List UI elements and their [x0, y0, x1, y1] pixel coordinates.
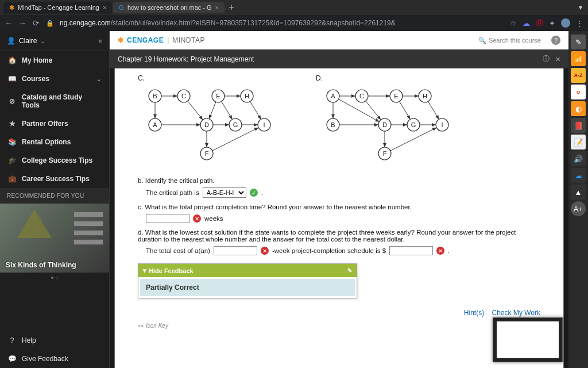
sidebar-item-rental[interactable]: 📚Rental Options	[0, 133, 109, 151]
carousel-dots[interactable]: ● ○	[0, 273, 109, 283]
star-icon: ★	[8, 120, 16, 128]
help-button[interactable]: ?	[551, 36, 560, 45]
svg-line-36	[400, 101, 411, 119]
diagram-c: C. BCEHADGIF	[138, 74, 281, 167]
sidebar-item-home[interactable]: 🏠My Home	[0, 51, 109, 70]
chapter-bar: Chapter 19 Homework: Project Management …	[110, 49, 568, 68]
user-name: Claire	[19, 37, 37, 45]
svg-text:H: H	[245, 93, 249, 99]
unit-label: weeks	[204, 215, 223, 222]
svg-text:H: H	[423, 93, 427, 99]
grad-icon: 🎓	[8, 156, 16, 164]
sidebar-item-college[interactable]: 🎓College Success Tips	[0, 151, 109, 170]
user-menu[interactable]: 👤 Claire ⌄ «	[0, 31, 109, 51]
browser-tabs: ✱ MindTap - Cengage Learning × G how to …	[0, 0, 588, 15]
profile-avatar[interactable]	[561, 18, 570, 28]
sidebar-help[interactable]: ?Help	[0, 331, 109, 350]
forward-button[interactable]: →	[18, 18, 26, 28]
right-toolbar: ✎ 📶 A-Z O ◐ 📕 📝 🔊 ☁ ▲ A+	[568, 31, 588, 368]
book-icon: 📖	[8, 75, 16, 83]
minimize-icon[interactable]: ▾	[579, 3, 582, 12]
sidebar-item-courses[interactable]: 📖Courses⌄	[0, 70, 109, 88]
sidebar-feedback[interactable]: 💬Give Feedback	[0, 350, 109, 368]
hints-link[interactable]: Hint(s)	[464, 309, 484, 317]
key-icon: ⊶	[138, 323, 144, 329]
address-bar[interactable]: ng.cengage.com/static/nb/ui/evo/index.ht…	[60, 19, 504, 27]
home-icon: 🏠	[8, 56, 16, 64]
answer-d-row: The total cost of a(an) ✕ -week project-…	[146, 246, 540, 255]
briefcase-icon: 💼	[8, 175, 16, 183]
close-icon[interactable]: ×	[555, 54, 560, 64]
info-icon[interactable]: ⓘ	[543, 54, 550, 64]
audio-tool[interactable]: 🔊	[571, 151, 586, 166]
menu-icon[interactable]: ⋮	[576, 19, 583, 28]
svg-text:C: C	[181, 93, 186, 99]
cloud-tool[interactable]: ☁	[571, 168, 586, 183]
highlighter-tool[interactable]: ✎	[571, 34, 586, 49]
diagram-d: D. ACEHBDGIF	[316, 74, 459, 167]
incorrect-icon: ✕	[261, 247, 269, 255]
check-work-link[interactable]: Check My Work	[492, 309, 540, 317]
rss-tool[interactable]: 📶	[571, 51, 586, 66]
answer-b-label: The critical path is	[146, 189, 199, 196]
critical-path-select[interactable]: A-B-E-H-IA-C-D-F-IB-C-D-G-I	[203, 187, 246, 198]
feedback-icon: 💬	[8, 355, 16, 363]
orange-tool[interactable]: ◐	[571, 101, 586, 116]
question-b: b. Identify the critical path.	[138, 177, 540, 184]
svg-text:B: B	[331, 121, 335, 128]
chapter-title: Chapter 19 Homework: Project Management	[118, 55, 254, 63]
svg-text:I: I	[263, 121, 265, 128]
user-icon: 👤	[7, 37, 16, 45]
browser-tab-2[interactable]: G how to screenshot on mac - G ×	[113, 2, 225, 13]
glossary-tool[interactable]: A-Z	[571, 68, 586, 83]
feedback-box: ▾Hide Feedback✎ Partially Correct	[138, 263, 357, 298]
sidebar-item-partner[interactable]: ★Partner Offers	[0, 114, 109, 133]
cengage-logo-icon: ✱	[118, 36, 123, 44]
chevron-down-icon: ⌄	[40, 38, 45, 44]
svg-text:D: D	[204, 121, 209, 128]
close-icon[interactable]: ×	[215, 4, 219, 11]
brand-cengage: CENGAGE	[127, 36, 164, 44]
extensions-icon[interactable]: ✦	[549, 19, 555, 28]
recommended-card[interactable]: Six Kinds of Thinking	[0, 204, 109, 273]
svg-line-3	[188, 101, 203, 120]
notes-tool[interactable]: 📝	[571, 135, 586, 150]
page-thumbnail[interactable]	[493, 317, 563, 362]
svg-text:B: B	[153, 93, 157, 99]
completion-time-input[interactable]	[146, 214, 189, 223]
pinterest-icon[interactable]: ⓟ	[536, 18, 543, 28]
grade-tool[interactable]: A+	[571, 201, 586, 216]
extension-icon[interactable]: ☁	[523, 19, 530, 28]
star-icon[interactable]: ☆	[510, 19, 517, 28]
recommended-title: Six Kinds of Thinking	[6, 261, 76, 269]
search-course[interactable]: 🔍Search this course	[478, 37, 541, 44]
svg-line-5	[222, 101, 233, 119]
left-sidebar: 👤 Claire ⌄ « 🏠My Home 📖Courses⌄ ⊘Catalog…	[0, 31, 110, 368]
svg-text:G: G	[233, 121, 238, 128]
icon-key[interactable]: ⊶Icon Key	[138, 323, 540, 329]
question-c: c. What is the total project completion …	[138, 204, 540, 210]
new-tab-button[interactable]: +	[226, 2, 237, 13]
drive-tool[interactable]: ▲	[571, 185, 586, 200]
url-bar: ← → ⟳ 🔒 ng.cengage.com/static/nb/ui/evo/…	[0, 15, 588, 31]
sidebar-item-career[interactable]: 💼Career Success Tips	[0, 170, 109, 188]
office-tool[interactable]: O	[571, 85, 586, 99]
brand-mindtap: MINDTAP	[172, 36, 205, 44]
collapse-sidebar-button[interactable]: «	[98, 37, 102, 45]
edit-icon[interactable]: ✎	[347, 267, 352, 274]
sidebar-item-catalog[interactable]: ⊘Catalog and Study Tools	[0, 88, 109, 114]
answer-b-row: The critical path is A-B-E-H-IA-C-D-F-IB…	[146, 187, 540, 198]
browser-tab-1[interactable]: ✱ MindTap - Cengage Learning ×	[3, 2, 112, 14]
total-cost-input[interactable]	[389, 246, 433, 255]
close-icon[interactable]: ×	[103, 4, 106, 11]
back-button[interactable]: ←	[5, 18, 13, 28]
svg-text:A: A	[331, 93, 335, 99]
book-tool[interactable]: 📕	[571, 118, 586, 133]
feedback-toggle[interactable]: ▾Hide Feedback✎	[138, 264, 357, 277]
svg-text:F: F	[205, 150, 209, 157]
svg-text:D: D	[382, 121, 387, 128]
help-icon: ?	[8, 336, 16, 344]
duration-input[interactable]	[214, 246, 257, 255]
brand-bar: ✱ CENGAGE | MINDTAP 🔍Search this course …	[110, 31, 568, 49]
reload-button[interactable]: ⟳	[32, 18, 40, 28]
